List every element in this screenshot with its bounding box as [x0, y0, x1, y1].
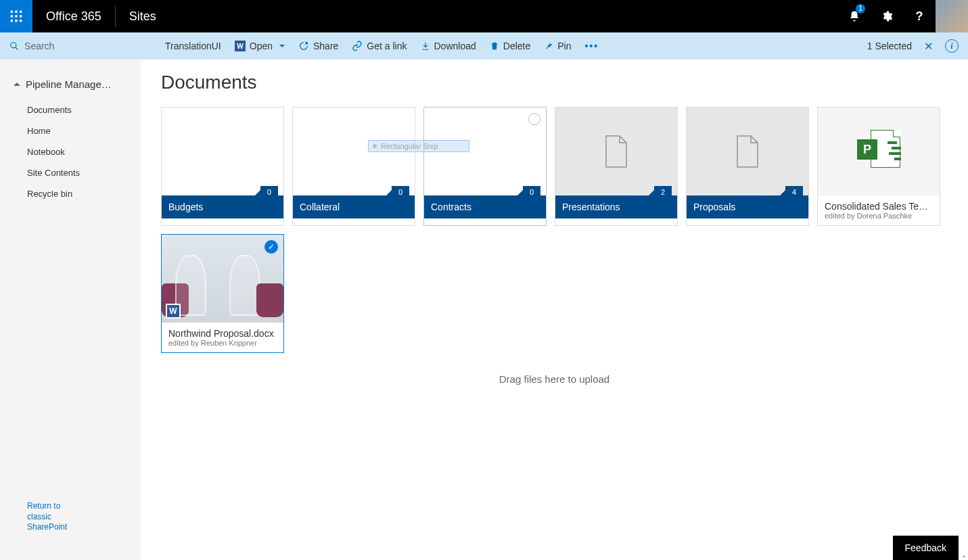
settings-button[interactable]: [871, 0, 903, 32]
folder-name: Presentations: [562, 202, 620, 212]
left-nav: Pipeline Manage… Documents Home Notebook…: [0, 60, 141, 560]
user-avatar[interactable]: [936, 0, 968, 32]
chevron-up-icon: [14, 79, 20, 86]
file-name: Northwind Proposal.docx: [168, 328, 277, 339]
file-subtitle: edited by Reuben Krippner: [168, 339, 277, 347]
page-title: Documents: [161, 72, 948, 93]
product-name[interactable]: Office 365: [32, 0, 115, 32]
cmd-label: Pin: [557, 41, 571, 51]
folder-tile-proposals[interactable]: 4Proposals: [686, 107, 809, 226]
folder-preview: [424, 108, 546, 195]
share-icon: [298, 41, 309, 51]
svg-rect-3: [11, 15, 13, 17]
translation-ui-cmd[interactable]: TranslationUI: [165, 41, 221, 51]
waffle-icon: [9, 9, 23, 23]
drop-hint: Drag files here to upload: [161, 373, 948, 385]
svg-rect-6: [11, 20, 13, 22]
main-content: Documents 0Budgets 0Collateral 0Contract…: [141, 60, 968, 412]
folder-name: Contracts: [431, 202, 471, 212]
question-icon: ?: [916, 9, 923, 24]
svg-line-10: [16, 47, 18, 50]
top-bar: Office 365 Sites 1 ?: [0, 0, 968, 32]
help-button[interactable]: ?: [903, 0, 936, 32]
svg-rect-8: [20, 20, 22, 22]
folder-count: 2: [654, 186, 672, 198]
pin-cmd[interactable]: Pin: [544, 41, 571, 51]
delete-cmd[interactable]: Delete: [490, 41, 530, 51]
svg-rect-1: [15, 11, 17, 13]
open-cmd[interactable]: W Open: [235, 41, 285, 51]
checkmark-icon[interactable]: ✓: [264, 240, 278, 254]
site-header[interactable]: Pipeline Manage…: [0, 73, 141, 95]
search-input[interactable]: [24, 41, 131, 51]
folder-name: Budgets: [168, 202, 203, 212]
selection-ring-icon[interactable]: [528, 113, 540, 125]
notification-badge: 1: [856, 4, 865, 14]
return-classic-link[interactable]: Return to classic SharePoint: [0, 501, 95, 546]
nav-documents[interactable]: Documents: [0, 99, 141, 120]
details-pane-toggle[interactable]: i: [945, 39, 959, 53]
share-cmd[interactable]: Share: [298, 41, 338, 51]
file-preview: W ✓: [162, 235, 283, 323]
search-box[interactable]: [0, 32, 141, 60]
clear-selection[interactable]: ✕: [921, 40, 936, 53]
link-icon: [352, 41, 363, 51]
folder-tile-collateral[interactable]: 0Collateral: [292, 107, 415, 226]
trash-icon: [490, 41, 499, 51]
file-name: Consolidated Sales Tea…: [825, 201, 933, 212]
folder-count: 4: [785, 186, 803, 198]
file-tile-project[interactable]: P Consolidated Sales Tea… edited by Dore…: [817, 107, 940, 226]
file-preview: P: [818, 108, 940, 195]
folder-count: 0: [260, 186, 278, 198]
tile-grid: 0Budgets 0Collateral 0Contracts: [161, 107, 948, 353]
cmd-label: Share: [313, 41, 338, 51]
file-tile-word[interactable]: W ✓ Northwind Proposal.docx edited by Re…: [161, 234, 284, 353]
feedback-button[interactable]: Feedback: [893, 536, 959, 560]
nav-home[interactable]: Home: [0, 120, 141, 141]
folder-name: Collateral: [300, 202, 340, 212]
folder-preview: [687, 108, 808, 195]
file-icon: [603, 135, 630, 168]
cmd-label: Get a link: [367, 41, 407, 51]
download-cmd[interactable]: Download: [421, 41, 476, 51]
nav-list: Documents Home Notebook Site Contents Re…: [0, 95, 141, 208]
folder-tile-budgets[interactable]: 0Budgets: [161, 107, 284, 226]
folder-count: 0: [523, 186, 540, 198]
folder-tile-contracts[interactable]: 0Contracts: [423, 107, 547, 226]
file-subtitle: edited by Dorena Paschke: [825, 212, 933, 220]
search-icon: [9, 41, 19, 51]
folder-tile-presentations[interactable]: 2Presentations: [555, 107, 678, 226]
cmd-label: Delete: [503, 41, 530, 51]
cmd-label: Open: [250, 41, 273, 51]
svg-text:W: W: [237, 43, 244, 50]
nav-site-contents[interactable]: Site Contents: [0, 162, 141, 183]
cmd-label: TranslationUI: [165, 41, 221, 51]
notifications-button[interactable]: 1: [838, 0, 871, 32]
cmd-label: Download: [434, 41, 476, 51]
pin-icon: [544, 41, 553, 51]
file-icon: [734, 135, 761, 168]
app-launcher[interactable]: [0, 0, 32, 32]
site-name: Pipeline Manage…: [26, 78, 112, 90]
scroll-down-icon[interactable]: ⌄: [961, 551, 967, 559]
nav-notebook[interactable]: Notebook: [0, 141, 141, 162]
svg-rect-7: [15, 20, 17, 22]
svg-rect-0: [11, 11, 13, 13]
ellipsis-icon: •••: [584, 41, 599, 51]
folder-count: 0: [392, 186, 409, 198]
folder-preview: [293, 108, 415, 195]
get-link-cmd[interactable]: Get a link: [352, 41, 407, 51]
project-icon: P: [857, 130, 900, 173]
svg-point-9: [11, 43, 16, 48]
section-name[interactable]: Sites: [116, 0, 170, 32]
nav-recycle-bin[interactable]: Recycle bin: [0, 183, 141, 204]
download-icon: [421, 41, 430, 51]
svg-rect-5: [20, 15, 22, 17]
gear-icon: [881, 10, 893, 22]
word-icon: W: [235, 41, 246, 51]
more-cmd[interactable]: •••: [584, 41, 599, 51]
word-icon: W: [166, 304, 181, 319]
folder-preview: [162, 108, 283, 195]
folder-name: Proposals: [693, 202, 735, 212]
svg-rect-4: [15, 15, 17, 17]
